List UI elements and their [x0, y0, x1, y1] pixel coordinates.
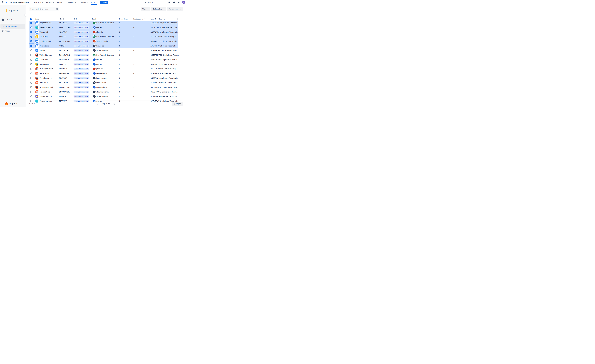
bulk-action-button[interactable]: Bulk action	[151, 7, 166, 11]
project-avatar-mountain-icon	[35, 21, 38, 24]
sort-icon	[40, 18, 41, 20]
search-icon	[145, 1, 147, 3]
sidebar-item-trash[interactable]: Trash	[0, 29, 25, 33]
select-all-checkbox[interactable]	[30, 18, 32, 20]
row-checkbox[interactable]	[30, 49, 32, 51]
optimizer-logo: Optimizer	[0, 5, 26, 13]
row-checkbox[interactable]	[30, 22, 32, 24]
app-switcher-icon[interactable]	[1, 1, 5, 4]
issue-type-scheme: ACTDGZG: Simple Issue Tracking I…	[150, 22, 178, 24]
column-header-style[interactable]: Style	[74, 17, 78, 21]
column-header-issue-type-scheme[interactable]: Issue Type Scheme	[150, 17, 165, 21]
issue-count: 0	[119, 31, 120, 33]
row-checkbox[interactable]	[30, 59, 32, 61]
row-checkbox[interactable]	[30, 73, 32, 75]
row-checkbox[interactable]	[30, 36, 32, 38]
project-name: Apoju & Co.	[40, 49, 49, 51]
issue-type-scheme: BIRKIVX: Simple Issue Tracking Iss…	[150, 63, 179, 65]
row-checkbox[interactable]	[30, 40, 32, 42]
issue-type-scheme: ASOEGYA: Simple Issue Tracking I…	[150, 31, 178, 33]
table-row: Susiok GroupAYLFJRCOMPANY MANAGEDFfran.p…	[29, 43, 178, 48]
table-footer: 1 - 18 of 754 Page 1 of 6 Export	[29, 100, 183, 107]
nav-item-dashboards[interactable]: Dashboards	[65, 0, 79, 5]
user-avatar[interactable]: JR	[182, 1, 185, 4]
project-name: Vensazofojku Ltd.	[40, 96, 53, 97]
lead-avatar: E	[93, 26, 96, 29]
export-button[interactable]: Export	[172, 102, 183, 106]
nav-item-people[interactable]: People	[79, 0, 90, 5]
row-checkbox[interactable]	[30, 86, 32, 88]
settings-gear-icon[interactable]	[177, 1, 180, 4]
fox-icon	[5, 102, 8, 105]
project-avatar-vinyl-icon	[35, 86, 38, 89]
project-key: BKZZJHPPK	[59, 82, 69, 83]
sidebar-item-active-projects[interactable]: Active Projects	[0, 24, 25, 29]
help-icon[interactable]: ?	[172, 1, 176, 4]
style-badge: COMPANY MANAGED	[74, 58, 89, 61]
project-avatar-cloud-icon	[35, 44, 38, 47]
review-changes-button[interactable]: Review changes	[167, 7, 183, 11]
column-separator	[92, 18, 92, 20]
column-header-last-updated[interactable]: Last Updated	[133, 17, 145, 21]
lead-name: jane.rotanson	[96, 77, 106, 79]
global-search-input[interactable]	[148, 1, 163, 3]
prev-page-icon[interactable]	[97, 103, 99, 104]
create-button[interactable]: Create	[100, 0, 108, 4]
issue-count: 0	[119, 59, 120, 61]
grid-icon	[2, 1, 4, 3]
last-updated: -	[133, 27, 134, 28]
row-range-label: 1 - 18 of 754	[29, 103, 38, 105]
go-back-button[interactable]: Go back	[0, 18, 26, 22]
sidebar-collapse-button[interactable]	[24, 14, 27, 16]
nav-item-projects[interactable]: Projects	[45, 0, 56, 5]
row-checkbox[interactable]	[30, 91, 32, 93]
column-header-lead[interactable]: Lead	[92, 17, 96, 21]
global-search[interactable]	[144, 0, 166, 4]
nav-item-label: Filters	[57, 1, 62, 3]
column-header-name[interactable]: Name	[35, 17, 41, 21]
view-button[interactable]: View	[141, 7, 150, 11]
lead-name: phan.kim	[96, 68, 103, 70]
style-badge: COMPANY MANAGED	[74, 72, 89, 75]
row-checkbox[interactable]	[30, 54, 32, 56]
lead-name: eva.lien	[96, 27, 102, 28]
row-checkbox[interactable]	[30, 82, 32, 83]
style-badge: COMPANY MANAGED	[74, 54, 89, 56]
table-row: Jinaceara Inc.BIRKIVXCOMPANY MANAGEDEeva…	[29, 62, 187, 67]
notifications-icon[interactable]	[168, 1, 171, 4]
last-updated: -	[133, 73, 134, 75]
project-search[interactable]	[29, 7, 59, 11]
nav-item-filters[interactable]: Filters	[56, 0, 65, 5]
row-checkbox[interactable]	[30, 63, 32, 65]
row-checkbox[interactable]	[30, 68, 32, 70]
table-row: Marketing Team v2AEOTLOQTFGCOMPANY MANAG…	[29, 25, 178, 30]
row-checkbox[interactable]	[30, 77, 32, 79]
table-row: Tujifunekbel Ltd.BGJORMYROICOMPANY MANAG…	[29, 53, 187, 57]
row-checkbox[interactable]	[30, 31, 32, 33]
clear-search-icon[interactable]	[56, 8, 58, 10]
nav-item-apps[interactable]: Apps	[90, 0, 98, 5]
style-badge: COMPANY MANAGED	[74, 91, 89, 93]
project-search-input[interactable]	[30, 8, 56, 10]
app-title: Optimizer	[9, 9, 19, 12]
project-avatar-vinyl-icon	[35, 54, 38, 57]
row-checkbox[interactable]	[30, 96, 32, 97]
chevron-down-icon	[95, 2, 97, 3]
next-page-icon[interactable]	[113, 103, 115, 104]
table-row: Nelgutagaful Corp.BKNPDDTCOMPANY MANAGED…	[29, 67, 187, 71]
nav-item-your-work[interactable]: Your work	[32, 0, 45, 5]
project-key: BMBNFBSVKZ	[59, 86, 71, 88]
project-avatar-cloud-icon	[35, 31, 38, 34]
row-checkbox[interactable]	[30, 27, 32, 28]
table-row: Zafuczi Inc.BHWSUMRNCOMPANY MANAGEDEeva.…	[29, 57, 187, 62]
last-updated: -	[133, 45, 134, 47]
issue-count: 0	[119, 36, 120, 38]
jira-brand[interactable]: Jira Work Management	[6, 1, 29, 4]
project-key: BHWSUMRN	[59, 59, 69, 61]
row-checkbox[interactable]	[30, 45, 32, 47]
column-header-key[interactable]: Key	[60, 17, 64, 21]
last-updated: -	[133, 31, 134, 33]
project-key: ACTDGZG	[59, 22, 67, 24]
column-header-issue-count[interactable]: Issue Count	[119, 17, 130, 21]
issue-count: 0	[119, 45, 120, 47]
